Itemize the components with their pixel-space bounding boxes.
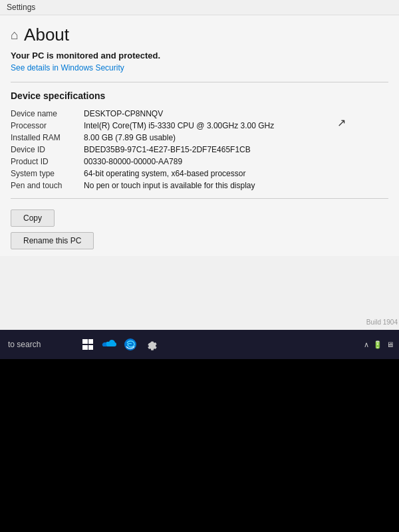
content-area: ⌂ About Your PC is monitored and protect… xyxy=(0,15,399,256)
spec-label-5: System type xyxy=(11,168,84,180)
spec-value-1: Intel(R) Core(TM) i5-3330 CPU @ 3.00GHz … xyxy=(84,120,388,132)
spec-label-4: Product ID xyxy=(11,156,84,168)
spec-row-4: Product ID 00330-80000-00000-AA789 xyxy=(11,156,388,168)
taskbar-display-icon: 🖥 xyxy=(386,340,394,348)
spec-table: Device name DESKTOP-CP8NNQV Processor In… xyxy=(11,108,388,192)
home-icon: ⌂ xyxy=(11,27,19,43)
spec-row-2: Installed RAM 8.00 GB (7.89 GB usable) xyxy=(11,132,388,144)
spec-value-4: 00330-80000-00000-AA789 xyxy=(84,156,388,168)
spec-label-0: Device name xyxy=(11,108,84,120)
spec-label-3: Device ID xyxy=(11,144,84,156)
settings-bar: Settings xyxy=(0,0,399,15)
spec-row-5: System type 64-bit operating system, x64… xyxy=(11,168,388,180)
spec-row-0: Device name DESKTOP-CP8NNQV xyxy=(11,108,388,120)
taskbar-windows-icon[interactable] xyxy=(80,337,95,352)
divider-2 xyxy=(11,198,388,199)
spec-value-5: 64-bit operating system, x64-based proce… xyxy=(84,168,388,180)
spec-label-2: Installed RAM xyxy=(11,132,84,144)
taskbar-right: ∧ 🔋 🖥 xyxy=(364,340,394,349)
taskbar-settings-icon[interactable] xyxy=(144,337,159,352)
taskbar-search[interactable]: to search xyxy=(8,340,41,349)
taskbar: to search xyxy=(0,330,399,359)
page-title: About xyxy=(24,25,69,45)
taskbar-icons xyxy=(80,337,159,352)
spec-row-1: Processor Intel(R) Core(TM) i5-3330 CPU … xyxy=(11,120,388,132)
build-badge: Build 1904 xyxy=(366,319,398,326)
spec-row-6: Pen and touch No pen or touch input is a… xyxy=(11,180,388,192)
copy-button[interactable]: Copy xyxy=(11,209,55,227)
spec-label-6: Pen and touch xyxy=(11,180,84,192)
device-specs-title: Device specifications xyxy=(11,90,388,101)
taskbar-battery-icon: 🔋 xyxy=(373,340,382,349)
spec-row-3: Device ID BDED35B9-97C1-4E27-BF15-2DF7E4… xyxy=(11,144,388,156)
settings-bar-label: Settings xyxy=(7,3,35,12)
spec-value-2: 8.00 GB (7.89 GB usable) xyxy=(84,132,388,144)
taskbar-chevron-up: ∧ xyxy=(364,340,369,349)
spec-value-6: No pen or touch input is available for t… xyxy=(84,180,388,192)
taskbar-onedrive-icon[interactable] xyxy=(102,337,116,352)
about-header: ⌂ About xyxy=(11,25,388,45)
taskbar-edge-icon[interactable] xyxy=(123,337,138,352)
black-bottom-area xyxy=(0,359,399,532)
spec-label-1: Processor xyxy=(11,120,84,132)
divider xyxy=(11,82,388,82)
protection-status: Your PC is monitored and protected. xyxy=(11,51,388,61)
rename-pc-button[interactable]: Rename this PC xyxy=(11,232,94,249)
security-link[interactable]: See details in Windows Security xyxy=(11,63,388,72)
spec-value-0: DESKTOP-CP8NNQV xyxy=(84,108,388,120)
spec-value-3: BDED35B9-97C1-4E27-BF15-2DF7E465F1CB xyxy=(84,144,388,156)
